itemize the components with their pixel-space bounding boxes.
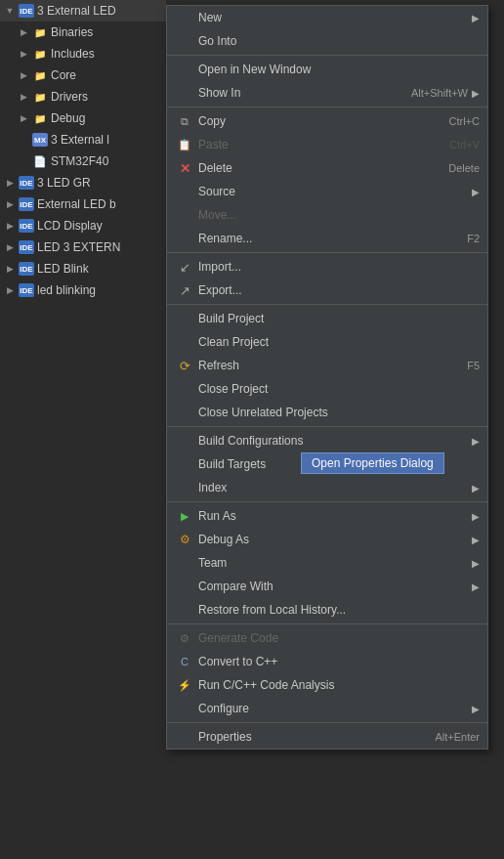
show-in-icon — [175, 85, 194, 101]
tree-item-includes[interactable]: 📁 Includes — [0, 43, 166, 64]
tree-item-led-blinking[interactable]: IDE led blinking — [0, 279, 166, 301]
menu-item-copy[interactable]: ⧉ Copy Ctrl+C — [167, 109, 487, 133]
separator — [167, 623, 487, 624]
tree-item-3-external-led[interactable]: IDE 3 External LED — [0, 0, 166, 21]
tree-item-debug[interactable]: 📁 Debug — [0, 107, 166, 129]
separator — [167, 501, 487, 502]
folder-icon: 📁 — [32, 24, 48, 40]
ide-icon: IDE — [19, 240, 34, 254]
tree-item-core[interactable]: 📁 Core — [0, 64, 166, 86]
menu-item-label: Clean Project — [198, 335, 480, 349]
menu-item-team[interactable]: Team ▶ — [167, 551, 487, 575]
tree-label: Includes — [51, 47, 95, 61]
separator — [167, 252, 487, 253]
separator — [167, 722, 487, 723]
menu-item-debug-as[interactable]: ⚙ Debug As ▶ — [167, 528, 487, 551]
menu-item-shortcut: Ctrl+V — [449, 139, 480, 150]
tree-label: Core — [51, 68, 76, 82]
menu-item-label: Build Configurations — [198, 434, 468, 448]
submenu-arrow: ▶ — [472, 13, 480, 23]
menu-item-label: Restore from Local History... — [198, 603, 480, 617]
menu-item-label: Go Into — [198, 34, 480, 48]
tree-item-3led-gr[interactable]: IDE 3 LED GR — [0, 172, 166, 193]
menu-item-compare-with[interactable]: Compare With ▶ — [167, 575, 487, 598]
copy-icon: ⧉ — [175, 113, 194, 129]
generate-icon: ⚙ — [175, 630, 194, 646]
menu-item-refresh[interactable]: ⟳ Refresh F5 — [167, 354, 487, 377]
tree-item-led3-extern[interactable]: IDE LED 3 EXTERN — [0, 236, 166, 258]
separator — [167, 55, 487, 56]
menu-item-delete[interactable]: ✕ Delete Delete — [167, 156, 487, 180]
menu-item-label: Build Targets — [198, 457, 480, 471]
tree-label: Debug — [51, 111, 85, 125]
move-icon — [175, 207, 194, 223]
tree-label: External LED b — [37, 197, 116, 211]
menu-item-go-into[interactable]: Go Into — [167, 29, 487, 53]
menu-item-import[interactable]: ↙ Import... — [167, 255, 487, 279]
menu-item-index[interactable]: Index ▶ — [167, 476, 487, 499]
tree-item-lcd-display[interactable]: IDE LCD Display — [0, 215, 166, 236]
import-icon: ↙ — [175, 259, 194, 275]
submenu-arrow: ▶ — [472, 581, 480, 592]
menu-item-label: Debug As — [198, 533, 468, 546]
ide-icon: IDE — [19, 197, 34, 211]
source-icon — [175, 184, 194, 199]
menu-item-configure[interactable]: Configure ▶ — [167, 697, 487, 720]
analysis-icon: ⚡ — [175, 677, 194, 693]
submenu-arrow: ▶ — [472, 558, 480, 569]
tree-arrow — [4, 263, 16, 275]
tree-arrow — [4, 284, 16, 296]
submenu-arrow: ▶ — [472, 704, 480, 714]
menu-item-label: Run As — [198, 509, 468, 523]
menu-item-convert-cpp[interactable]: C Convert to C++ — [167, 650, 487, 673]
tree-label: 3 External LED — [37, 4, 116, 18]
separator — [167, 426, 487, 427]
menu-item-close-unrelated[interactable]: Close Unrelated Projects — [167, 401, 487, 424]
menu-item-show-in[interactable]: Show In Alt+Shift+W ▶ — [167, 81, 487, 105]
menu-item-clean-project[interactable]: Clean Project — [167, 330, 487, 354]
tree-arrow — [4, 5, 16, 17]
refresh-icon: ⟳ — [175, 358, 194, 373]
tree-item-led-blink[interactable]: IDE LED Blink — [0, 258, 166, 279]
debug-icon: ⚙ — [175, 532, 194, 547]
menu-item-label: Rename... — [198, 232, 451, 245]
separator — [167, 304, 487, 305]
menu-item-label: Export... — [198, 283, 480, 297]
menu-item-label: Delete — [198, 161, 433, 175]
menu-item-label: Show In — [198, 86, 396, 100]
menu-item-label: Run C/C++ Code Analysis — [198, 678, 480, 692]
menu-item-build-project[interactable]: Build Project — [167, 307, 487, 330]
tree-label: Binaries — [51, 25, 93, 39]
menu-item-close-project[interactable]: Close Project — [167, 377, 487, 401]
menu-item-run-analysis[interactable]: ⚡ Run C/C++ Code Analysis — [167, 673, 487, 697]
menu-item-rename[interactable]: Rename... F2 — [167, 227, 487, 250]
menu-item-build-configurations[interactable]: Build Configurations ▶ — [167, 429, 487, 452]
tree-item-drivers[interactable]: 📁 Drivers — [0, 86, 166, 107]
menu-item-build-targets[interactable]: Build Targets Open Properties Dialog — [167, 452, 487, 476]
menu-item-open-new-window[interactable]: Open in New Window — [167, 58, 487, 81]
menu-item-shortcut: Alt+Enter — [435, 731, 480, 743]
menu-item-new[interactable]: New ▶ — [167, 6, 487, 29]
menu-item-export[interactable]: ↗ Export... — [167, 279, 487, 302]
ide-icon: IDE — [19, 262, 34, 276]
tree-item-external-led-b[interactable]: IDE External LED b — [0, 193, 166, 215]
submenu-arrow: ▶ — [472, 436, 480, 447]
menu-item-label: Team — [198, 556, 468, 570]
tree-item-3ext-mx[interactable]: MX 3 External l — [0, 129, 166, 150]
convert-icon: C — [175, 654, 194, 669]
build-icon — [175, 311, 194, 326]
menu-item-source[interactable]: Source ▶ — [167, 180, 487, 203]
menu-item-restore-history[interactable]: Restore from Local History... — [167, 598, 487, 622]
tree-item-stm32[interactable]: 📄 STM32F40 — [0, 150, 166, 172]
menu-item-label: Configure — [198, 702, 468, 715]
menu-item-run-as[interactable]: ▶ Run As ▶ — [167, 504, 487, 528]
tree-item-binaries[interactable]: 📁 Binaries — [0, 21, 166, 43]
menu-item-label: Compare With — [198, 580, 468, 593]
menu-item-label: Open in New Window — [198, 63, 480, 76]
menu-item-label: Close Unrelated Projects — [198, 406, 480, 419]
menu-item-label: Import... — [198, 260, 480, 274]
tree-arrow — [4, 198, 16, 210]
submenu-arrow: ▶ — [472, 187, 480, 197]
menu-item-properties[interactable]: Properties Alt+Enter — [167, 725, 487, 749]
tree-label: LCD Display — [37, 219, 103, 233]
